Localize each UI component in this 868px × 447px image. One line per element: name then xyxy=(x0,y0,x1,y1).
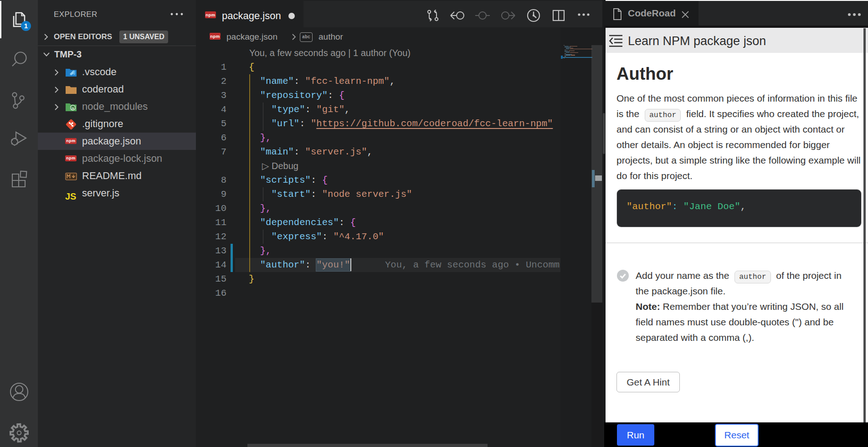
svg-text:js: js xyxy=(71,107,74,110)
